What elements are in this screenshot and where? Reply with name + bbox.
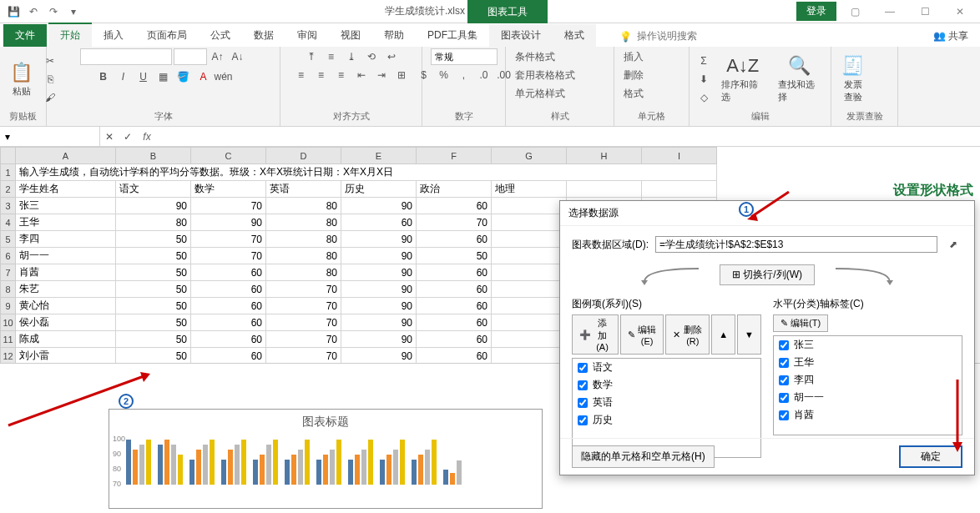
- cell[interactable]: 60: [191, 348, 266, 364]
- tab-page-layout[interactable]: 页面布局: [135, 24, 199, 47]
- cell[interactable]: 60: [341, 214, 417, 231]
- cell[interactable]: 刘小雷: [16, 348, 116, 364]
- cell[interactable]: 50: [116, 231, 191, 248]
- cell[interactable]: 70: [191, 198, 266, 214]
- redo-icon[interactable]: ↷: [45, 3, 62, 20]
- cell[interactable]: 学生姓名: [16, 181, 116, 198]
- edit-axis-button[interactable]: ✎编辑(T): [773, 314, 828, 332]
- row-header[interactable]: 4: [1, 214, 16, 231]
- remove-series-button[interactable]: ✕删除(R): [665, 314, 710, 355]
- cell[interactable]: 历史: [341, 181, 417, 198]
- row-header[interactable]: 6: [1, 248, 16, 264]
- enter-formula-icon[interactable]: ✓: [119, 128, 137, 145]
- cell[interactable]: 50: [116, 264, 191, 281]
- series-checkbox[interactable]: [578, 363, 588, 373]
- row-header[interactable]: 12: [1, 348, 16, 364]
- cell[interactable]: 90: [341, 231, 417, 248]
- wrap-text-icon[interactable]: ↩: [382, 48, 401, 65]
- cell[interactable]: [492, 281, 567, 298]
- cell[interactable]: 英语: [266, 181, 341, 198]
- cell[interactable]: 90: [116, 198, 191, 214]
- row-header[interactable]: 2: [1, 181, 16, 198]
- row-header[interactable]: 9: [1, 298, 16, 314]
- minimize-icon[interactable]: —: [873, 2, 907, 22]
- row-header[interactable]: 8: [1, 281, 16, 298]
- chart-data-range-input[interactable]: [655, 236, 937, 253]
- maximize-icon[interactable]: ☐: [908, 2, 942, 22]
- cell[interactable]: [492, 314, 567, 331]
- list-item[interactable]: 历史: [573, 411, 760, 429]
- currency-icon[interactable]: $: [415, 67, 433, 83]
- cell[interactable]: 张三: [16, 198, 116, 214]
- cell[interactable]: 70: [417, 214, 492, 231]
- cell[interactable]: 70: [191, 248, 266, 264]
- col-header[interactable]: F: [417, 148, 492, 164]
- cell[interactable]: 50: [417, 248, 492, 264]
- cell[interactable]: 60: [417, 198, 492, 214]
- cell[interactable]: [492, 331, 567, 348]
- cell[interactable]: [492, 248, 567, 264]
- col-header[interactable]: H: [567, 148, 642, 164]
- col-header[interactable]: A: [16, 148, 116, 164]
- cell[interactable]: 60: [417, 231, 492, 248]
- percent-icon[interactable]: %: [435, 67, 453, 83]
- underline-button[interactable]: U: [134, 68, 153, 85]
- cell[interactable]: 70: [191, 231, 266, 248]
- sort-filter-button[interactable]: A↓Z排序和筛选: [716, 52, 770, 107]
- cell[interactable]: 80: [266, 231, 341, 248]
- paste-button[interactable]: 📋粘贴: [5, 58, 38, 101]
- fill-icon[interactable]: ⬇: [695, 71, 713, 88]
- cell[interactable]: 朱艺: [16, 281, 116, 298]
- cell[interactable]: 60: [417, 314, 492, 331]
- cell[interactable]: 60: [417, 281, 492, 298]
- cell[interactable]: 输入学生成绩，自动统计学科的平均分等数据。班级：X年X班统计日期：X年X月X日: [16, 164, 717, 181]
- cell[interactable]: 60: [191, 264, 266, 281]
- decrease-indent-icon[interactable]: ⇤: [352, 67, 371, 83]
- align-left-icon[interactable]: ≡: [292, 67, 311, 83]
- axis-checkbox[interactable]: [779, 410, 789, 420]
- cell[interactable]: [492, 198, 567, 214]
- increase-indent-icon[interactable]: ⇥: [372, 67, 391, 83]
- cell[interactable]: 60: [191, 314, 266, 331]
- tab-review[interactable]: 审阅: [285, 24, 329, 47]
- list-item[interactable]: 英语: [573, 394, 760, 411]
- increase-font-icon[interactable]: A↑: [209, 48, 227, 65]
- share-button[interactable]: 👥 共享: [922, 26, 980, 47]
- align-middle-icon[interactable]: ≡: [322, 48, 341, 65]
- hidden-cells-button[interactable]: 隐藏的单元格和空单元格(H): [572, 445, 715, 468]
- cell[interactable]: 黄心怡: [16, 298, 116, 314]
- cell[interactable]: 肖茜: [16, 264, 116, 281]
- qat-dropdown-icon[interactable]: ▾: [65, 3, 82, 20]
- comma-icon[interactable]: ,: [455, 67, 473, 83]
- list-item[interactable]: 胡一一: [774, 389, 962, 406]
- cell[interactable]: [492, 348, 567, 364]
- list-item[interactable]: 李四: [774, 371, 962, 389]
- conditional-format-button[interactable]: 条件格式: [511, 48, 559, 65]
- cell[interactable]: 50: [116, 248, 191, 264]
- col-header[interactable]: C: [191, 148, 266, 164]
- range-picker-icon[interactable]: ⬈: [944, 236, 962, 253]
- cell[interactable]: 70: [266, 331, 341, 348]
- cell[interactable]: 李四: [16, 231, 116, 248]
- cell[interactable]: 王华: [16, 214, 116, 231]
- font-color-icon[interactable]: A: [194, 68, 213, 85]
- italic-button[interactable]: I: [114, 68, 133, 85]
- close-icon[interactable]: ✕: [943, 2, 977, 22]
- list-item[interactable]: 张三: [774, 336, 962, 354]
- cell[interactable]: 50: [116, 314, 191, 331]
- row-header[interactable]: 7: [1, 264, 16, 281]
- tab-insert[interactable]: 插入: [92, 24, 135, 47]
- tab-chart-design[interactable]: 图表设计: [489, 24, 553, 47]
- name-box[interactable]: ▾: [0, 127, 100, 146]
- col-header[interactable]: G: [492, 148, 567, 164]
- cell[interactable]: 70: [266, 348, 341, 364]
- col-header[interactable]: E: [341, 148, 417, 164]
- fx-icon[interactable]: fx: [137, 131, 157, 143]
- cell[interactable]: 90: [341, 264, 417, 281]
- font-family-combo[interactable]: [80, 48, 172, 65]
- cell[interactable]: 90: [191, 214, 266, 231]
- cell[interactable]: [492, 231, 567, 248]
- list-item[interactable]: 语文: [573, 359, 760, 376]
- cell[interactable]: 陈成: [16, 331, 116, 348]
- cell[interactable]: 80: [266, 264, 341, 281]
